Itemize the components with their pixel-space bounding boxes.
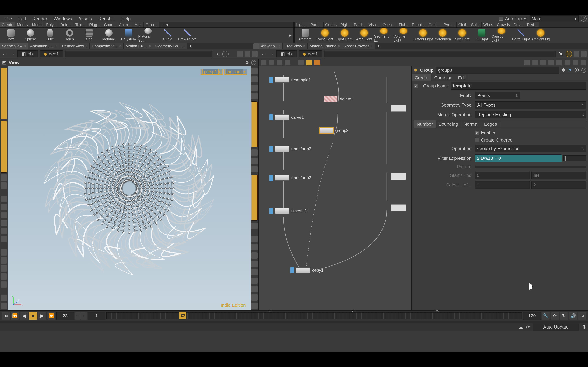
shelf-tab[interactable]: Char... xyxy=(102,22,117,27)
shelf-add-icon[interactable]: + xyxy=(159,22,165,27)
shading-icon[interactable] xyxy=(251,294,258,300)
layout-icon[interactable] xyxy=(540,60,546,65)
play-button[interactable]: ▶ xyxy=(38,312,46,320)
stop-button[interactable]: ■ xyxy=(29,312,37,320)
display-icon[interactable] xyxy=(251,76,258,83)
realtime-toggle[interactable]: ⟳ xyxy=(551,312,559,320)
close-icon[interactable]: × xyxy=(278,44,281,48)
layout-icon[interactable] xyxy=(556,60,562,65)
shelf-tab[interactable]: Crowds xyxy=(495,22,512,27)
shelf-tool-metaball[interactable]: Metaball xyxy=(99,28,119,42)
node-timeshift1[interactable]: timeshift1 xyxy=(269,208,309,214)
tool-rotate[interactable] xyxy=(1,212,7,218)
shelf-tool-sphere[interactable]: Sphere xyxy=(21,28,40,42)
shelf-tab[interactable]: Driv... xyxy=(512,22,525,27)
tool-move[interactable] xyxy=(1,204,7,210)
shelf-tool-tube[interactable]: Tube xyxy=(40,28,60,42)
shading-icon[interactable] xyxy=(251,252,258,259)
timeline-track[interactable]: 23 48 72 96 xyxy=(106,312,522,319)
tool-pointer[interactable] xyxy=(1,196,7,202)
pane-tab[interactable]: Render View× xyxy=(60,43,90,49)
subtab-bounding[interactable]: Bounding xyxy=(436,120,461,128)
menu-file[interactable]: File xyxy=(1,15,15,22)
mergeop-select[interactable]: Replace Existing⇅ xyxy=(475,111,586,118)
grid-icon[interactable] xyxy=(564,60,570,65)
shelf-tool-platonic[interactable]: Platonic Sol.. xyxy=(138,28,158,42)
pane-tab[interactable]: Composite Vi...× xyxy=(90,43,123,49)
node-offscreen[interactable] xyxy=(391,105,406,112)
shelf-tool-ambientlight[interactable]: Ambient Lig xyxy=(531,28,550,42)
shelf-tab[interactable]: Ocea... xyxy=(381,22,397,27)
layout-icon[interactable] xyxy=(548,60,554,65)
pane-tab[interactable]: Animation E...× xyxy=(28,43,60,49)
color-icon[interactable] xyxy=(314,60,320,65)
shelf-tool-box[interactable]: Box xyxy=(1,28,21,42)
shelf-tab[interactable]: Model xyxy=(30,22,44,27)
toolbar-icon[interactable] xyxy=(581,51,587,57)
shelf-tab[interactable]: Red... xyxy=(525,22,539,27)
help-icon[interactable]: ? xyxy=(581,16,587,22)
shelf-tool-drawcurve[interactable]: Draw Curve xyxy=(177,28,197,42)
display-icon[interactable] xyxy=(251,223,258,229)
frame-dec-button[interactable]: − xyxy=(75,312,81,320)
auto-takes-checkbox[interactable] xyxy=(499,17,503,21)
shelf-tab[interactable]: Create xyxy=(0,22,15,27)
shading-icon[interactable] xyxy=(251,286,258,292)
first-frame-button[interactable]: ⏮ xyxy=(2,312,10,320)
gear-icon[interactable]: ✲ xyxy=(562,67,565,73)
sticky-icon[interactable] xyxy=(298,60,304,65)
shelf-tool-lsystem[interactable]: L-System xyxy=(119,28,138,42)
shelf-tab[interactable]: Defo... xyxy=(59,22,73,27)
display-icon[interactable] xyxy=(251,166,258,173)
tool-transform[interactable] xyxy=(1,228,7,234)
create-ordered-checkbox[interactable] xyxy=(475,138,479,142)
info-icon[interactable]: ⓘ xyxy=(574,67,579,73)
shelf-tool-distantlight[interactable]: Distant Light xyxy=(413,28,433,42)
toolbar-icon[interactable] xyxy=(574,51,579,57)
display-icon[interactable] xyxy=(251,158,258,164)
close-icon[interactable]: × xyxy=(85,44,87,48)
refresh-icon[interactable]: ⟳ xyxy=(526,324,530,330)
path-dropdown[interactable] xyxy=(65,50,212,58)
menu-edit[interactable]: Edit xyxy=(15,15,29,22)
current-frame-input[interactable]: 23 xyxy=(56,312,74,320)
shelf-tab[interactable]: Solid xyxy=(469,22,482,27)
loop-icon[interactable]: ↻ xyxy=(560,312,568,320)
timeline-cursor[interactable]: 23 xyxy=(179,312,186,319)
subtab-number[interactable]: Number xyxy=(414,120,436,128)
pane-tab[interactable]: Scene View× xyxy=(0,43,28,49)
range-icon[interactable]: ⇥ xyxy=(578,312,586,320)
menu-windows[interactable]: Windows xyxy=(50,15,75,22)
tool-misc[interactable] xyxy=(1,295,7,301)
close-icon[interactable]: × xyxy=(371,44,372,48)
forward-icon[interactable]: → xyxy=(268,51,275,57)
auto-update-select[interactable]: Auto Update xyxy=(533,323,579,331)
forward-icon[interactable]: → xyxy=(9,51,16,57)
node-offscreen[interactable] xyxy=(391,173,406,180)
node-group3[interactable]: group3 xyxy=(319,128,349,133)
shelf-tool-envlight[interactable]: Environmen.. xyxy=(433,28,452,42)
shelf-tab[interactable]: Poly... xyxy=(44,22,59,27)
chevron-down-icon[interactable] xyxy=(1,183,7,189)
pane-tab[interactable]: Motion FX ...× xyxy=(123,43,153,49)
camera-selector[interactable]: persp1▾ xyxy=(200,69,222,75)
note-icon[interactable] xyxy=(306,60,312,65)
enable-checkbox[interactable]: ✔ xyxy=(475,131,479,135)
play-back-button[interactable]: ◀ xyxy=(20,312,28,320)
shelf-tool-geolight[interactable]: Geometry L.. xyxy=(374,28,394,42)
entity-select[interactable]: Points⇅ xyxy=(475,92,520,99)
shelf-tab[interactable]: Visc... xyxy=(367,22,381,27)
display-flag[interactable] xyxy=(269,77,273,83)
display-icon[interactable] xyxy=(251,150,258,156)
add-tab-icon[interactable]: + xyxy=(187,43,194,50)
shelf-tab[interactable]: Pyro... xyxy=(442,22,457,27)
audio-icon[interactable]: 🔊 xyxy=(569,312,577,320)
start-frame-input[interactable]: 1 xyxy=(88,312,105,320)
tool-magnet[interactable] xyxy=(1,265,7,272)
shelf-tool-pointlight[interactable]: Point Light xyxy=(315,28,335,42)
group-name-toggle[interactable]: ✔ xyxy=(414,84,418,88)
grid-icon[interactable] xyxy=(285,60,291,65)
shelf-tab[interactable]: Cloth xyxy=(457,22,469,27)
param-tab-create[interactable]: Create xyxy=(412,74,431,81)
flag-icon[interactable]: ⚑ xyxy=(568,67,572,73)
